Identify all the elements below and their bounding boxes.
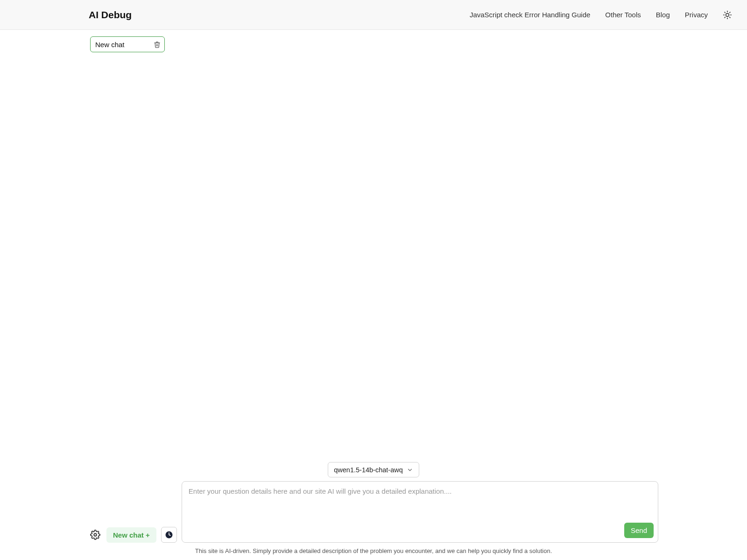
- input-container: Send: [182, 481, 658, 543]
- chat-list-item[interactable]: New chat: [90, 36, 165, 52]
- trash-icon: [154, 41, 161, 48]
- svg-point-0: [726, 13, 729, 16]
- footer-note: This site is AI-driven. Simply provide a…: [0, 547, 747, 554]
- model-select-row: qwen1.5-14b-chat-awq: [0, 462, 747, 477]
- model-select[interactable]: qwen1.5-14b-chat-awq: [328, 462, 419, 477]
- model-select-label: qwen1.5-14b-chat-awq: [334, 466, 403, 474]
- left-controls: New chat +: [89, 527, 177, 543]
- nav-privacy-link[interactable]: Privacy: [685, 11, 708, 19]
- input-row: New chat + Send: [0, 481, 747, 543]
- svg-point-9: [94, 533, 97, 536]
- site-logo: AI Debug: [89, 9, 132, 21]
- clock-icon: [165, 531, 173, 539]
- delete-chat-button[interactable]: [154, 41, 161, 48]
- new-chat-button[interactable]: New chat +: [106, 527, 156, 543]
- composer-area: qwen1.5-14b-chat-awq New chat +: [0, 462, 747, 560]
- chat-list-item-label: New chat: [95, 41, 125, 49]
- history-button[interactable]: [161, 527, 177, 543]
- nav-other-tools-link[interactable]: Other Tools: [605, 11, 641, 19]
- main-content: New chat qwen1.5-14b-chat-awq: [0, 30, 747, 560]
- svg-line-4: [730, 17, 730, 17]
- settings-button[interactable]: [89, 528, 102, 541]
- chat-input[interactable]: [182, 481, 658, 543]
- top-nav: JavaScript check Error Handling Guide Ot…: [470, 10, 732, 20]
- nav-blog-link[interactable]: Blog: [656, 11, 670, 19]
- svg-line-3: [725, 12, 725, 13]
- gear-icon: [90, 530, 100, 540]
- sun-icon: [723, 10, 732, 20]
- svg-line-8: [730, 12, 730, 13]
- theme-toggle[interactable]: [723, 10, 732, 20]
- send-button[interactable]: Send: [624, 523, 654, 538]
- svg-line-7: [725, 17, 725, 17]
- header: AI Debug JavaScript check Error Handling…: [0, 0, 747, 30]
- chevron-down-icon: [407, 467, 413, 473]
- nav-guide-link[interactable]: JavaScript check Error Handling Guide: [470, 11, 590, 19]
